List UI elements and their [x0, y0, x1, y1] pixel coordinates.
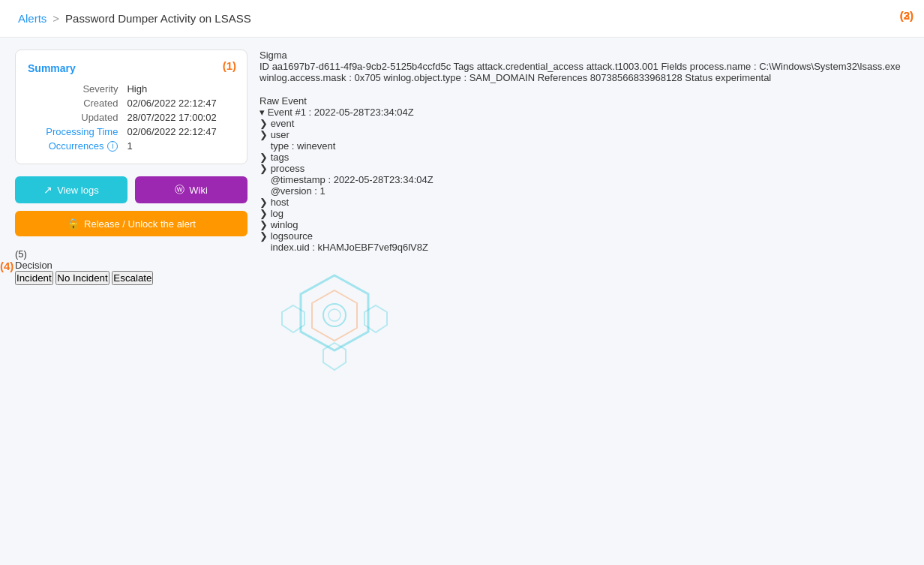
type-spacer: ❯ — [260, 140, 268, 152]
field-process-name: process.name : C:\Windows\System32\lsass… — [690, 61, 901, 72]
wiki-button[interactable]: ⓦ Wiki — [135, 176, 248, 203]
svg-marker-6 — [323, 343, 346, 370]
event-1-label: Event #1 : 2022-05-28T23:34:04Z — [268, 107, 414, 118]
expand-user-icon[interactable]: ❯ — [260, 129, 268, 140]
process-key-label: process — [271, 163, 305, 174]
expand-winlog-icon[interactable]: ❯ — [260, 219, 268, 230]
severity-value: High — [127, 83, 235, 95]
incident-button[interactable]: Incident — [15, 271, 53, 285]
tree-user-key: ❯ user — [260, 129, 909, 140]
no-incident-button[interactable]: No Incident — [56, 271, 109, 285]
expand-event-1-icon[interactable]: ▾ — [260, 107, 265, 118]
tag-credential-access: attack.credential_access — [477, 61, 584, 72]
sigma-fields-label: Fields — [661, 61, 687, 72]
summary-grid: Severity High Created 02/06/2022 22:12:4… — [28, 83, 235, 152]
host-key-label: host — [271, 197, 290, 208]
index-uid-key-label: index.uid — [271, 242, 310, 253]
version-value-label: 1 — [320, 185, 326, 197]
log-key-label: log — [271, 208, 284, 219]
logsource-key-label: logsource — [271, 230, 313, 242]
processing-time-label: Processing Time — [28, 126, 121, 137]
tree-winlog-key: ❯ winlog — [260, 219, 909, 230]
breadcrumb-alerts-link[interactable]: Alerts — [18, 12, 46, 25]
tree-version: ❯ @version : 1 — [260, 185, 909, 197]
svg-point-3 — [328, 309, 340, 321]
view-logs-label: View logs — [57, 185, 98, 196]
processing-time-value: 02/06/2022 22:12:47 — [127, 126, 235, 137]
user-key-label: user — [271, 129, 290, 140]
view-logs-icon: ↗ — [44, 184, 52, 196]
winlog-key-label: winlog — [271, 219, 298, 230]
tree-host-key: ❯ host — [260, 197, 909, 208]
sigma-tags-value: attack.credential_access attack.t1003.00… — [477, 61, 662, 72]
tree-logsource-key: ❯ logsource — [260, 230, 909, 242]
tree-index-uid: ❯ index.uid : kHAMJoEBF7vef9q6lV8Z — [260, 242, 909, 253]
tag-t1003: attack.t1003.001 — [586, 61, 658, 72]
svg-marker-0 — [301, 275, 368, 350]
expand-logsource-icon[interactable]: ❯ — [260, 230, 268, 242]
escalate-button[interactable]: Escalate — [112, 271, 153, 285]
sigma-card: (2) Sigma ID aa1697b7-d611-4f9a-9cb2-512… — [260, 50, 909, 83]
panel-4-label: (4) — [0, 260, 14, 272]
lock-icon: 🔒 — [67, 218, 80, 230]
breadcrumb-current-page: Password Dumper Activity on LSASS — [65, 12, 251, 25]
expand-event-icon[interactable]: ❯ — [260, 118, 268, 129]
index-uid-value-label: kHAMJoEBF7vef9q6lV8Z — [318, 242, 428, 253]
raw-event-card-number: (3) — [900, 9, 914, 22]
tree-log-key: ❯ log — [260, 208, 909, 219]
wiki-label: Wiki — [189, 185, 208, 196]
version-spacer: ❯ — [260, 185, 268, 197]
watermark — [260, 253, 909, 405]
sigma-id-label: ID — [260, 61, 269, 72]
event-key-label: event — [271, 118, 295, 129]
expand-tags-icon[interactable]: ❯ — [260, 152, 268, 163]
breadcrumb-separator: > — [52, 12, 59, 25]
sigma-grid: ID aa1697b7-d611-4f9a-9cb2-5125b4ccfd5c … — [260, 61, 909, 83]
wiki-icon: ⓦ — [175, 183, 184, 197]
sigma-status-value: experimental — [716, 72, 771, 83]
raw-event-card: (3) Raw Event ▾ Event #1 : 2022-05-28T23… — [260, 95, 909, 405]
summary-card: (1) Summary Severity High Created 02/06/… — [15, 50, 248, 164]
decision-card: (5) Decision Incident No Incident Escala… — [15, 248, 248, 285]
raw-event-title: Raw Event — [260, 95, 909, 107]
occurrences-value: 1 — [127, 140, 235, 152]
svg-point-2 — [323, 304, 346, 326]
sigma-ref-link[interactable]: 80738566833968128 — [590, 72, 682, 83]
expand-process-icon[interactable]: ❯ — [260, 163, 268, 174]
breadcrumb-bar: Alerts > Password Dumper Activity on LSA… — [0, 0, 924, 38]
decision-card-number: (5) — [15, 248, 27, 260]
release-unlock-button[interactable]: 🔒 Release / Unlock the alert — [15, 211, 248, 236]
tree-event-1: ▾ Event #1 : 2022-05-28T23:34:04Z — [260, 107, 909, 118]
created-label: Created — [28, 98, 121, 109]
severity-label: Severity — [28, 83, 121, 95]
tree-tags-key: ❯ tags — [260, 152, 909, 163]
expand-log-icon[interactable]: ❯ — [260, 208, 268, 219]
view-logs-button[interactable]: ↗ View logs — [15, 176, 128, 203]
version-key-label: @version — [271, 185, 312, 197]
field-winlog-object-type: winlog.object.type : SAM_DOMAIN — [383, 72, 535, 83]
tree-event-key: ❯ event — [260, 118, 909, 129]
sigma-tags-label: Tags — [454, 61, 474, 72]
sigma-id-value: aa1697b7-d611-4f9a-9cb2-5125b4ccfd5c — [272, 61, 452, 72]
index-uid-spacer: ❯ — [260, 242, 268, 253]
occurrences-label: Occurrences — [49, 140, 104, 152]
timestamp-spacer: ❯ — [260, 174, 268, 185]
field-winlog-access-mask: winlog.access.mask : 0x705 — [260, 72, 381, 83]
decision-buttons: Incident No Incident Escalate — [15, 271, 248, 285]
updated-value: 28/07/2022 17:00:02 — [127, 112, 235, 123]
expand-host-icon[interactable]: ❯ — [260, 197, 268, 208]
summary-title: Summary — [28, 62, 235, 74]
occurrences-info-icon[interactable]: i — [107, 141, 118, 152]
tree-process-key: ❯ process — [260, 163, 909, 174]
summary-card-number: (1) — [223, 59, 236, 72]
type-value-label: winevent — [297, 140, 335, 152]
created-value: 02/06/2022 22:12:47 — [127, 98, 235, 109]
timestamp-value-label: 2022-05-28T23:34:04Z — [334, 174, 434, 185]
actions-row-top: ↗ View logs ⓦ Wiki — [15, 176, 248, 203]
updated-label: Updated — [28, 112, 121, 123]
sigma-references-value: 80738566833968128 — [590, 72, 686, 83]
sigma-status-label: Status — [685, 72, 712, 83]
timestamp-key-label: @timestamp — [271, 174, 326, 185]
sigma-title: Sigma — [260, 50, 909, 61]
tree-timestamp: ❯ @timestamp : 2022-05-28T23:34:04Z — [260, 174, 909, 185]
